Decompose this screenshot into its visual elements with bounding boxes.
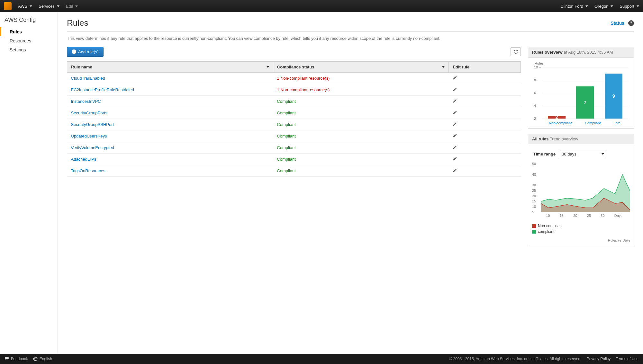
edit-rule-icon[interactable] [453, 111, 457, 116]
edit-rule-icon[interactable] [453, 88, 457, 93]
sort-icon [442, 66, 445, 68]
bar[interactable]: 7 [576, 86, 594, 119]
trend-y-tick: 5 [532, 210, 534, 214]
edit-rule-icon[interactable] [453, 146, 457, 150]
chevron-down-icon [602, 153, 604, 155]
compliance-status: Compliant [277, 122, 296, 127]
trend-x-tick: 30 [601, 214, 604, 218]
bar[interactable]: 9 [605, 74, 622, 119]
sort-icon [267, 66, 269, 68]
chevron-down-icon [75, 5, 78, 7]
status-link[interactable]: Status [611, 21, 624, 26]
table-row: AttachedEIPsCompliant [67, 153, 521, 165]
time-range-select[interactable]: 30 days [559, 150, 607, 158]
trend-y-tick: 10 [532, 205, 536, 209]
sidebar-item-resources[interactable]: Resources [0, 36, 58, 45]
rule-name-link[interactable]: SecurityGroupPorts [71, 111, 107, 115]
aws-logo-icon[interactable] [4, 2, 12, 10]
feedback-link[interactable]: Feedback [5, 357, 28, 361]
trend-y-tick: 40 [532, 173, 536, 176]
compliance-status: 1 Non-compliant resource(s) [277, 87, 330, 92]
compliance-status: Compliant [277, 145, 296, 150]
legend-swatch-noncompliant [532, 224, 536, 228]
chart-y-axis-title: Rules [535, 61, 544, 65]
user-menu[interactable]: Clinton Ford [560, 4, 588, 9]
table-row: CloudTrailEnabled1 Non-compliant resourc… [67, 72, 521, 84]
refresh-button[interactable] [511, 47, 521, 56]
trend-footer-note: Rules vs Days [528, 237, 634, 245]
main-content: Rules Status ? This view determines if a… [58, 12, 643, 354]
rule-name-link[interactable]: EC2InstanceProfileRoleRestricted [71, 87, 134, 92]
compliance-status: Compliant [277, 168, 296, 173]
legend-label: Non-compliant [538, 224, 563, 228]
page-description: This view determines if any rule that ap… [67, 35, 634, 42]
edit-menu[interactable]: Edit [66, 4, 78, 9]
bar[interactable]: 2 [548, 116, 566, 119]
rule-name-link[interactable]: UpdatedUsersKeys [71, 134, 107, 138]
edit-rule-icon[interactable] [453, 157, 457, 162]
rule-name-link[interactable]: AttachedEIPs [71, 157, 96, 162]
compliance-status: Compliant [277, 111, 296, 115]
trend-chart: 5040302520151051015202530Days [532, 164, 630, 222]
bar-category-label[interactable]: Compliant [585, 121, 601, 125]
col-compliance-status[interactable]: Compliance status [273, 61, 448, 72]
language-link[interactable]: English [33, 357, 52, 361]
support-menu[interactable]: Support [620, 4, 639, 9]
trend-panel: All rules Trend overview Time range 30 d… [528, 134, 634, 245]
y-tick: 10 + [534, 65, 541, 69]
bar-category-label[interactable]: Total [614, 121, 621, 125]
rule-name-link[interactable]: TagsOnResources [71, 168, 105, 173]
rule-name-link[interactable]: InstancesInVPC [71, 99, 101, 104]
trend-header: All rules Trend overview [528, 134, 634, 144]
edit-rule-icon[interactable] [453, 76, 457, 81]
trend-legend: Non-compliant compliant [532, 224, 630, 234]
bar-category-label[interactable]: Non-compliant [549, 121, 572, 125]
sidebar-item-rules[interactable]: Rules [0, 27, 58, 36]
compliance-status: Compliant [277, 99, 296, 104]
table-row: SecurityGroupPortsCompliant [67, 107, 521, 119]
compliance-status: Compliant [277, 134, 296, 138]
legend-label: compliant [538, 229, 554, 234]
trend-x-axis-label: Days [614, 214, 622, 218]
chevron-down-icon [637, 5, 639, 7]
sidebar-title: AWS Config [0, 17, 58, 27]
table-row: InstancesInVPCCompliant [67, 95, 521, 107]
y-tick: 2 [534, 117, 536, 120]
col-rule-name[interactable]: Rule name [67, 61, 273, 72]
trend-x-tick: 10 [546, 214, 550, 218]
trend-y-tick: 20 [532, 194, 536, 198]
add-rule-label: Add rule(s) [78, 49, 99, 54]
rule-name-link[interactable]: CloudTrailEnabled [71, 76, 105, 81]
trend-y-tick: 25 [532, 189, 536, 192]
trend-y-tick: 15 [532, 199, 536, 203]
terms-link[interactable]: Terms of Use [616, 357, 638, 361]
plus-icon: + [72, 49, 76, 54]
rules-overview-header: Rules overview at Aug 18th, 2015 4:35 AM [528, 47, 634, 58]
chevron-down-icon [30, 5, 32, 7]
trend-x-tick: 15 [560, 214, 564, 218]
rule-name-link[interactable]: VerifyVolumeEncrypted [71, 145, 114, 150]
footer: Feedback English © 2008 - 2015, Amazon W… [0, 354, 643, 364]
edit-rule-icon[interactable] [453, 99, 457, 104]
aws-menu[interactable]: AWS [18, 4, 32, 9]
rule-name-link[interactable]: SecurityGroupSSHPort [71, 122, 114, 127]
rules-table: Rule name Compliance status Edit rule Cl… [67, 61, 521, 177]
privacy-link[interactable]: Privacy Policy [587, 357, 611, 361]
legend-swatch-compliant [532, 230, 536, 234]
region-menu[interactable]: Oregon [594, 4, 613, 9]
help-icon[interactable]: ? [628, 20, 634, 26]
edit-rule-icon[interactable] [453, 122, 457, 127]
sidebar-item-settings[interactable]: Settings [0, 45, 58, 54]
table-row: EC2InstanceProfileRoleRestricted1 Non-co… [67, 84, 521, 95]
time-range-label: Time range [533, 152, 556, 156]
services-menu[interactable]: Services [39, 4, 59, 9]
y-tick: 8 [534, 78, 536, 82]
trend-y-tick: 30 [532, 183, 536, 187]
table-row: VerifyVolumeEncryptedCompliant [67, 142, 521, 153]
feedback-icon [5, 357, 9, 361]
refresh-icon [513, 49, 518, 54]
edit-rule-icon[interactable] [453, 134, 457, 139]
add-rule-button[interactable]: + Add rule(s) [67, 47, 104, 57]
edit-rule-icon[interactable] [453, 169, 457, 173]
chevron-down-icon [585, 5, 588, 7]
